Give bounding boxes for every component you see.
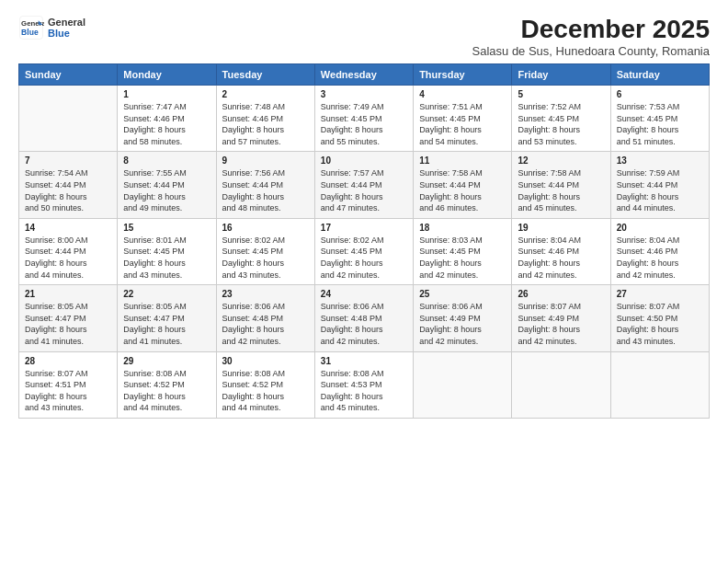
calendar-cell: 10Sunrise: 7:57 AMSunset: 4:44 PMDayligh… (314, 152, 413, 218)
day-info: Sunrise: 8:06 AMSunset: 4:49 PMDaylight:… (419, 301, 506, 347)
day-info: Sunrise: 8:06 AMSunset: 4:48 PMDaylight:… (222, 301, 309, 347)
logo: General Blue General Blue (18, 15, 85, 40)
day-number: 20 (617, 223, 703, 233)
day-number: 18 (419, 223, 506, 233)
day-number: 1 (123, 89, 210, 99)
day-number: 12 (518, 155, 604, 166)
calendar-cell: 24Sunrise: 8:06 AMSunset: 4:48 PMDayligh… (314, 285, 413, 351)
day-number: 28 (25, 356, 111, 366)
day-info: Sunrise: 8:08 AMSunset: 4:53 PMDaylight:… (321, 368, 407, 414)
calendar-cell: 26Sunrise: 8:07 AMSunset: 4:49 PMDayligh… (512, 285, 610, 351)
calendar-cell: 20Sunrise: 8:04 AMSunset: 4:46 PMDayligh… (610, 218, 709, 284)
day-info: Sunrise: 8:08 AMSunset: 4:52 PMDaylight:… (222, 368, 309, 414)
day-number: 24 (321, 289, 407, 299)
col-header-sunday: Sunday (19, 64, 118, 86)
day-info: Sunrise: 7:47 AMSunset: 4:46 PMDaylight:… (123, 101, 210, 147)
day-number: 2 (222, 89, 309, 99)
day-number: 25 (419, 289, 506, 299)
calendar-cell (19, 86, 118, 152)
day-info: Sunrise: 8:05 AMSunset: 4:47 PMDaylight:… (25, 301, 111, 347)
day-number: 21 (25, 289, 111, 299)
day-info: Sunrise: 7:54 AMSunset: 4:44 PMDaylight:… (25, 167, 111, 213)
calendar-table: SundayMondayTuesdayWednesdayThursdayFrid… (18, 63, 710, 419)
day-number: 16 (222, 223, 309, 233)
calendar-cell: 15Sunrise: 8:01 AMSunset: 4:45 PMDayligh… (118, 218, 216, 284)
day-info: Sunrise: 7:56 AMSunset: 4:44 PMDaylight:… (222, 167, 309, 213)
col-header-monday: Monday (118, 64, 216, 86)
day-info: Sunrise: 8:07 AMSunset: 4:49 PMDaylight:… (518, 301, 604, 347)
calendar-cell: 2Sunrise: 7:48 AMSunset: 4:46 PMDaylight… (216, 86, 314, 152)
calendar-cell: 27Sunrise: 8:07 AMSunset: 4:50 PMDayligh… (610, 285, 709, 351)
day-number: 15 (123, 223, 210, 233)
day-info: Sunrise: 8:06 AMSunset: 4:48 PMDaylight:… (321, 301, 407, 347)
calendar-cell: 3Sunrise: 7:49 AMSunset: 4:45 PMDaylight… (314, 86, 413, 152)
calendar-cell: 19Sunrise: 8:04 AMSunset: 4:46 PMDayligh… (512, 218, 610, 284)
calendar-cell: 1Sunrise: 7:47 AMSunset: 4:46 PMDaylight… (118, 86, 216, 152)
title-block: December 2025 Salasu de Sus, Hunedoara C… (472, 15, 710, 58)
logo-icon: General Blue (18, 15, 44, 40)
calendar-cell: 7Sunrise: 7:54 AMSunset: 4:44 PMDaylight… (19, 152, 118, 218)
calendar-cell: 30Sunrise: 8:08 AMSunset: 4:52 PMDayligh… (216, 351, 314, 418)
week-row-2: 7Sunrise: 7:54 AMSunset: 4:44 PMDaylight… (19, 152, 710, 218)
calendar-cell: 5Sunrise: 7:52 AMSunset: 4:45 PMDaylight… (512, 86, 610, 152)
day-number: 7 (25, 155, 111, 166)
day-info: Sunrise: 8:03 AMSunset: 4:45 PMDaylight:… (419, 235, 506, 281)
week-row-5: 28Sunrise: 8:07 AMSunset: 4:51 PMDayligh… (19, 351, 710, 418)
calendar-cell (414, 351, 512, 418)
day-number: 3 (321, 89, 407, 99)
header-row: SundayMondayTuesdayWednesdayThursdayFrid… (19, 64, 710, 86)
day-info: Sunrise: 8:04 AMSunset: 4:46 PMDaylight:… (518, 235, 604, 281)
day-number: 27 (617, 289, 703, 299)
col-header-friday: Friday (512, 64, 610, 86)
calendar-cell: 4Sunrise: 7:51 AMSunset: 4:45 PMDaylight… (414, 86, 512, 152)
day-info: Sunrise: 8:08 AMSunset: 4:52 PMDaylight:… (123, 368, 210, 414)
day-info: Sunrise: 8:00 AMSunset: 4:44 PMDaylight:… (25, 235, 111, 281)
day-number: 11 (419, 155, 506, 166)
day-info: Sunrise: 7:57 AMSunset: 4:44 PMDaylight:… (321, 167, 407, 213)
day-info: Sunrise: 7:58 AMSunset: 4:44 PMDaylight:… (518, 167, 604, 213)
calendar-cell: 16Sunrise: 8:02 AMSunset: 4:45 PMDayligh… (216, 218, 314, 284)
day-info: Sunrise: 8:02 AMSunset: 4:45 PMDaylight:… (321, 235, 407, 281)
day-info: Sunrise: 7:58 AMSunset: 4:44 PMDaylight:… (419, 167, 506, 213)
day-info: Sunrise: 7:53 AMSunset: 4:45 PMDaylight:… (617, 101, 703, 147)
calendar-cell: 17Sunrise: 8:02 AMSunset: 4:45 PMDayligh… (314, 218, 413, 284)
subtitle: Salasu de Sus, Hunedoara County, Romania (472, 44, 710, 58)
svg-text:Blue: Blue (21, 28, 39, 37)
day-number: 17 (321, 223, 407, 233)
day-number: 30 (222, 356, 309, 366)
calendar-cell: 12Sunrise: 7:58 AMSunset: 4:44 PMDayligh… (512, 152, 610, 218)
col-header-tuesday: Tuesday (216, 64, 314, 86)
day-info: Sunrise: 8:01 AMSunset: 4:45 PMDaylight:… (123, 235, 210, 281)
day-info: Sunrise: 7:52 AMSunset: 4:45 PMDaylight:… (518, 101, 604, 147)
week-row-3: 14Sunrise: 8:00 AMSunset: 4:44 PMDayligh… (19, 218, 710, 284)
day-number: 29 (123, 356, 210, 366)
week-row-4: 21Sunrise: 8:05 AMSunset: 4:47 PMDayligh… (19, 285, 710, 351)
day-info: Sunrise: 7:49 AMSunset: 4:45 PMDaylight:… (321, 101, 407, 147)
col-header-thursday: Thursday (414, 64, 512, 86)
calendar-cell: 18Sunrise: 8:03 AMSunset: 4:45 PMDayligh… (414, 218, 512, 284)
calendar-cell: 6Sunrise: 7:53 AMSunset: 4:45 PMDaylight… (610, 86, 709, 152)
calendar-cell: 9Sunrise: 7:56 AMSunset: 4:44 PMDaylight… (216, 152, 314, 218)
calendar-cell: 14Sunrise: 8:00 AMSunset: 4:44 PMDayligh… (19, 218, 118, 284)
day-info: Sunrise: 7:48 AMSunset: 4:46 PMDaylight:… (222, 101, 309, 147)
calendar-cell: 23Sunrise: 8:06 AMSunset: 4:48 PMDayligh… (216, 285, 314, 351)
calendar-cell: 31Sunrise: 8:08 AMSunset: 4:53 PMDayligh… (314, 351, 413, 418)
day-number: 23 (222, 289, 309, 299)
col-header-wednesday: Wednesday (314, 64, 413, 86)
day-number: 19 (518, 223, 604, 233)
header: General Blue General Blue December 2025 … (18, 15, 710, 58)
page: General Blue General Blue December 2025 … (0, 0, 728, 563)
calendar-cell: 13Sunrise: 7:59 AMSunset: 4:44 PMDayligh… (610, 152, 709, 218)
day-info: Sunrise: 7:55 AMSunset: 4:44 PMDaylight:… (123, 167, 210, 213)
day-info: Sunrise: 7:59 AMSunset: 4:44 PMDaylight:… (617, 167, 703, 213)
logo-line2: Blue (48, 28, 85, 39)
day-number: 10 (321, 155, 407, 166)
calendar-cell: 8Sunrise: 7:55 AMSunset: 4:44 PMDaylight… (118, 152, 216, 218)
main-title: December 2025 (472, 15, 710, 44)
day-info: Sunrise: 8:05 AMSunset: 4:47 PMDaylight:… (123, 301, 210, 347)
day-number: 6 (617, 89, 703, 99)
day-number: 5 (518, 89, 604, 99)
day-number: 8 (123, 155, 210, 166)
day-info: Sunrise: 7:51 AMSunset: 4:45 PMDaylight:… (419, 101, 506, 147)
calendar-cell: 25Sunrise: 8:06 AMSunset: 4:49 PMDayligh… (414, 285, 512, 351)
